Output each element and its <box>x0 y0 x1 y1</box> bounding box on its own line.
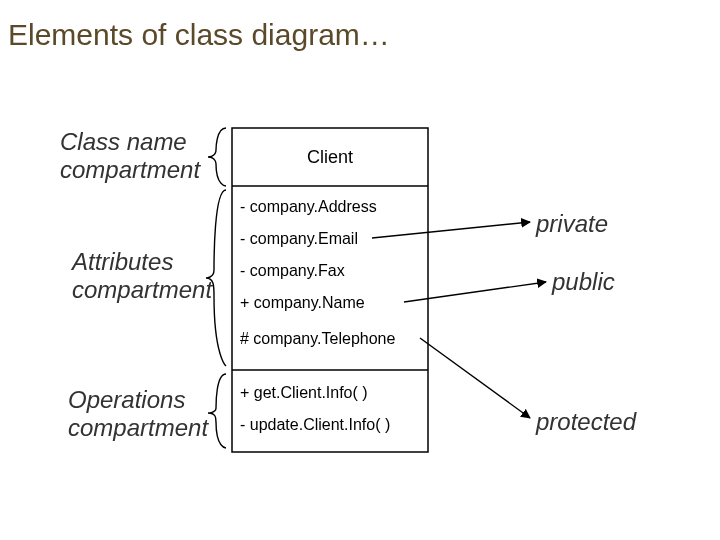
op-1: - update.Client.Info( ) <box>240 416 390 433</box>
brace-class-name <box>208 128 226 186</box>
class-diagram-svg: Client - company.Address - company.Email… <box>0 0 720 540</box>
brace-operations <box>208 374 226 448</box>
class-box <box>232 128 428 452</box>
arrow-protected <box>420 338 530 418</box>
class-name: Client <box>307 147 353 167</box>
attr-4: # company.Telephone <box>240 330 395 347</box>
attr-0: - company.Address <box>240 198 377 215</box>
op-0: + get.Client.Info( ) <box>240 384 368 401</box>
attr-2: - company.Fax <box>240 262 345 279</box>
attr-1: - company.Email <box>240 230 358 247</box>
brace-attributes <box>206 190 226 366</box>
attr-3: + company.Name <box>240 294 365 311</box>
